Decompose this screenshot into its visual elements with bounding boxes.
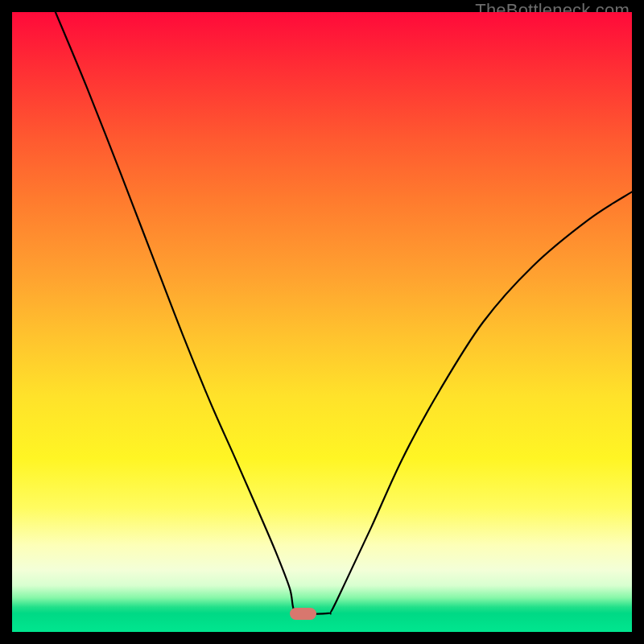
low-point-indicator <box>290 608 316 620</box>
chart-frame: TheBottleneck.com <box>0 0 644 644</box>
plot-area <box>12 12 632 632</box>
bottleneck-curve <box>56 12 632 613</box>
curve-svg <box>12 12 632 632</box>
